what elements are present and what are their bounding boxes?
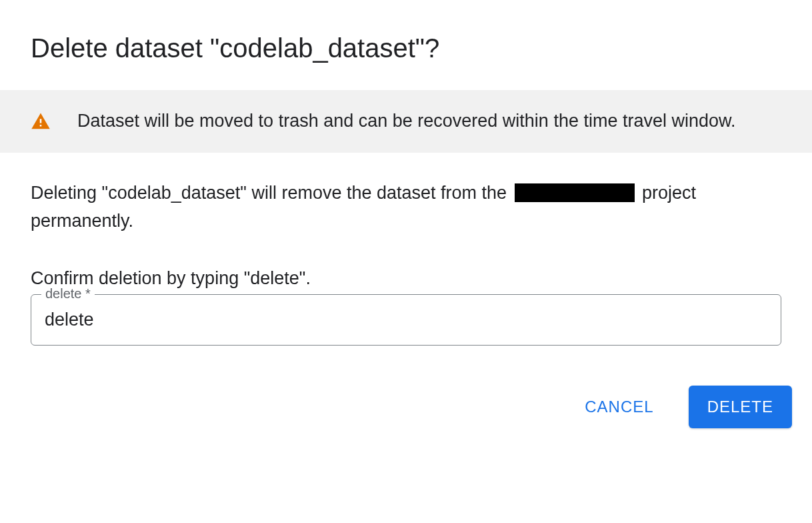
delete-button[interactable]: DELETE — [689, 386, 792, 428]
dialog-actions: CANCEL DELETE — [0, 346, 812, 448]
info-banner-text: Dataset will be moved to trash and can b… — [77, 109, 736, 134]
confirm-instruction: Confirm deletion by typing "delete". — [31, 268, 781, 289]
warning-icon — [31, 111, 51, 131]
info-banner: Dataset will be moved to trash and can b… — [0, 90, 812, 153]
redacted-project-name — [515, 183, 635, 202]
cancel-button[interactable]: CANCEL — [566, 386, 672, 428]
delete-description: Deleting "codelab_dataset" will remove t… — [31, 179, 781, 235]
dialog-title: Delete dataset "codelab_dataset"? — [0, 0, 812, 90]
delete-dataset-dialog: Delete dataset "codelab_dataset"? Datase… — [0, 0, 812, 448]
description-part1: Deleting "codelab_dataset" will remove t… — [31, 183, 512, 203]
confirm-delete-input[interactable] — [31, 294, 781, 346]
confirm-input-label: delete * — [41, 286, 95, 302]
confirm-input-wrapper: delete * — [31, 294, 781, 346]
dialog-body: Deleting "codelab_dataset" will remove t… — [0, 153, 812, 346]
